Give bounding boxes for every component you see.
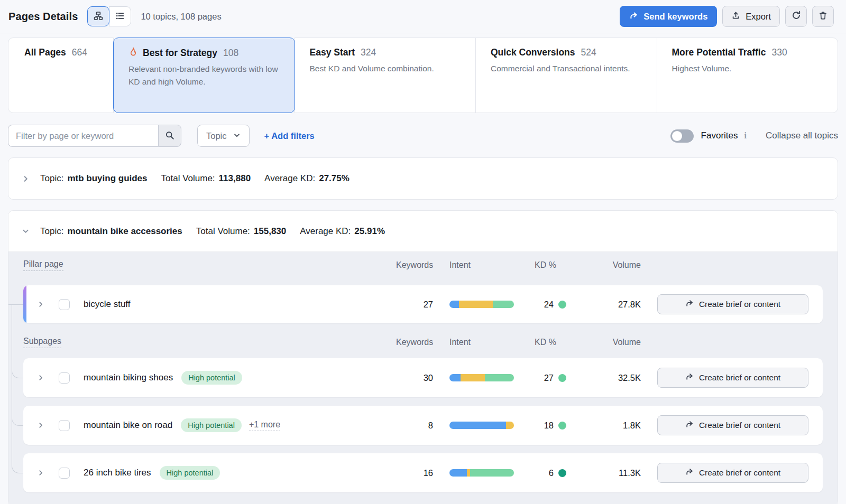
topic-name: mtb buying guides <box>67 173 147 184</box>
volume-value: 1.8K <box>583 421 641 431</box>
toggle-knob <box>672 131 682 141</box>
topic-row-mtb-buying-guides[interactable]: Topic: mtb buying guides Total Volume: 1… <box>8 157 838 200</box>
tab-label: Best for Strategy <box>143 48 217 59</box>
export-button[interactable]: Export <box>722 6 780 27</box>
row-checkbox[interactable] <box>59 468 70 479</box>
expand-row-button[interactable] <box>37 422 44 429</box>
volume-column-header: Volume <box>583 338 641 347</box>
favorites-label: Favorites <box>701 130 738 141</box>
list-view-button[interactable] <box>109 6 131 26</box>
refresh-button[interactable] <box>785 6 807 27</box>
favorites-toggle[interactable] <box>670 129 694 143</box>
filter-input-group <box>8 125 181 147</box>
average-kd-label: Average KD: <box>300 226 351 237</box>
keywords-column-header: Keywords <box>396 260 433 270</box>
topic-filter-dropdown[interactable]: Topic <box>197 125 250 147</box>
tab-description: Best KD and Volume combination. <box>310 62 461 75</box>
keywords-value: 30 <box>396 373 433 383</box>
high-potential-badge: High potential <box>181 418 242 432</box>
total-volume-value: 113,880 <box>219 173 251 184</box>
tab-count: 664 <box>72 47 87 58</box>
search-icon <box>165 130 174 142</box>
kd-dot <box>558 301 566 309</box>
kd-dot <box>558 422 566 430</box>
topic-table: Pillar page Keywords Intent KD % Volume <box>8 252 838 504</box>
add-filters-link[interactable]: + Add filters <box>264 131 315 141</box>
send-arrow-icon <box>685 372 694 383</box>
send-arrow-icon <box>685 299 694 310</box>
kd-dot <box>558 469 566 477</box>
create-brief-button[interactable]: Create brief or content <box>657 368 808 388</box>
delete-button[interactable] <box>812 6 834 27</box>
kd-value: 6 <box>549 468 554 478</box>
create-brief-button[interactable]: Create brief or content <box>657 294 808 314</box>
send-arrow-icon <box>685 420 694 431</box>
page-name: mountain bike on road <box>84 420 172 431</box>
row-checkbox[interactable] <box>59 372 70 384</box>
intent-column-header: Intent <box>449 260 518 270</box>
create-brief-button[interactable]: Create brief or content <box>657 463 808 483</box>
kd-dot <box>558 374 566 382</box>
tree-view-button[interactable] <box>87 6 109 26</box>
tab-best-for-strategy[interactable]: Best for Strategy 108 Relevant non-brand… <box>113 38 295 113</box>
tab-label: More Potential Traffic <box>672 47 766 58</box>
expand-row-button[interactable] <box>37 301 44 308</box>
average-kd-value: 25.91% <box>354 226 385 237</box>
collapse-all-topics-link[interactable]: Collapse all topics <box>766 130 838 141</box>
subpages-label: Subpages <box>23 337 61 348</box>
info-icon[interactable]: i <box>744 131 747 141</box>
page-name: 26 inch bike tires <box>84 468 151 478</box>
tab-count: 108 <box>223 48 238 59</box>
intent-bar <box>449 301 514 308</box>
tab-all-pages[interactable]: All Pages 664 <box>8 38 114 113</box>
kd-value: 27 <box>544 373 554 383</box>
pillar-gradient-bar <box>23 285 26 323</box>
high-potential-badge: High potential <box>181 371 242 385</box>
tab-more-potential-traffic[interactable]: More Potential Traffic 330 Highest Volum… <box>657 38 839 113</box>
topbar-actions: Send keywords Export <box>620 6 834 27</box>
filter-input[interactable] <box>8 125 158 147</box>
tab-easy-start[interactable]: Easy Start 324 Best KD and Volume combin… <box>295 38 476 113</box>
total-volume-value: 155,830 <box>254 226 286 237</box>
tab-quick-conversions[interactable]: Quick Conversions 524 Commercial and Tra… <box>475 38 657 113</box>
topics-pages-summary: 10 topics, 108 pages <box>141 12 221 22</box>
create-brief-button[interactable]: Create brief or content <box>657 415 808 435</box>
chevron-down-icon[interactable] <box>21 227 30 235</box>
tab-count: 524 <box>581 47 596 58</box>
chevron-right-icon[interactable] <box>21 175 30 183</box>
create-brief-label: Create brief or content <box>699 468 780 478</box>
expand-row-button[interactable] <box>37 469 44 477</box>
create-brief-label: Create brief or content <box>699 300 780 309</box>
more-badges-link[interactable]: +1 more <box>249 420 280 431</box>
search-button[interactable] <box>158 125 181 147</box>
tab-description: Commercial and Transactional intents. <box>491 62 641 75</box>
total-volume-label: Total Volume: <box>196 226 250 237</box>
topic-row-mountain-bike-accessories[interactable]: Topic: mountain bike accessories Total V… <box>8 211 838 252</box>
expand-row-button[interactable] <box>37 374 44 381</box>
send-keywords-button[interactable]: Send keywords <box>620 6 717 27</box>
kd-column-header: KD % <box>535 260 566 270</box>
pillar-page-label: Pillar page <box>23 259 63 271</box>
kd-value: 24 <box>544 300 554 310</box>
page-name: mountain biking shoes <box>84 372 173 383</box>
chevron-down-icon <box>233 131 241 141</box>
row-checkbox[interactable] <box>59 420 70 431</box>
kd-column-header: KD % <box>535 338 566 347</box>
subpage-connector-line <box>12 305 23 473</box>
volume-value: 11.3K <box>583 468 641 478</box>
sitemap-icon <box>94 11 103 22</box>
create-brief-label: Create brief or content <box>699 373 780 382</box>
average-kd-value: 27.75% <box>319 173 350 184</box>
keywords-column-header: Keywords <box>396 338 433 347</box>
intent-bar <box>449 469 514 477</box>
send-keywords-label: Send keywords <box>643 12 707 22</box>
keywords-value: 27 <box>396 300 433 310</box>
filter-bar: Topic + Add filters Favorites i Collapse… <box>8 125 838 147</box>
row-checkbox[interactable] <box>59 299 70 310</box>
total-volume-label: Total Volume: <box>161 173 215 184</box>
page-name: bicycle stuff <box>84 299 131 310</box>
topic-dropdown-label: Topic <box>206 131 227 141</box>
send-arrow-icon <box>685 468 694 478</box>
topic-prefix: Topic: <box>40 173 63 184</box>
intent-column-header: Intent <box>449 338 518 347</box>
